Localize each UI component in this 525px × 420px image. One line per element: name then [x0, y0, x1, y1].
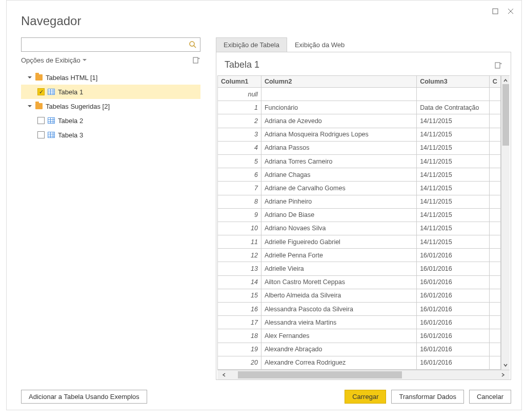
- table-row[interactable]: 1FuncionárioData de Contratação: [218, 101, 501, 114]
- tree-group-suggested-tables[interactable]: Tabelas Sugeridas [2]: [21, 99, 200, 113]
- cell: 4: [218, 141, 261, 154]
- scroll-down-icon[interactable]: [503, 363, 508, 368]
- table-row[interactable]: 8Adriane Pinheiro14/11/2015: [218, 195, 501, 208]
- tree-group-html-tables[interactable]: Tabelas HTML [1]: [21, 70, 200, 85]
- col-header-truncated[interactable]: C: [489, 76, 500, 88]
- checkbox-icon[interactable]: [37, 131, 45, 138]
- table-header-row: Column1 Column2 Column3 C: [218, 76, 501, 88]
- tree-label: Tabela 1: [58, 88, 83, 96]
- table-row[interactable]: 4Adriana Passos14/11/2015: [218, 141, 501, 154]
- cell: Alberto Almeida da Silveira: [261, 289, 416, 302]
- left-panel: Opções de Exibição Tabelas HTML [1] ✓: [21, 37, 200, 380]
- scroll-right-icon[interactable]: [500, 372, 506, 377]
- scroll-left-icon[interactable]: [221, 372, 227, 377]
- table-row[interactable]: 7Adriane de Carvalho Gomes14/11/2015: [218, 182, 501, 195]
- table-row[interactable]: null: [218, 88, 501, 101]
- chevron-down-icon: [83, 58, 87, 62]
- table-row[interactable]: 20Alexandre Correa Rodriguez16/01/2016: [218, 356, 501, 369]
- cell: 15: [218, 289, 261, 302]
- search-icon: [189, 41, 197, 49]
- cell: Adriane Chagas: [261, 168, 416, 182]
- cell: [489, 289, 500, 302]
- add-table-examples-button[interactable]: Adicionar a Tabela Usando Exemplos: [21, 390, 147, 404]
- footer: Adicionar a Tabela Usando Exemplos Carre…: [7, 384, 521, 410]
- table-row[interactable]: 11Adrielle Figueiredo Gabriel14/11/2015: [218, 235, 501, 249]
- cell: [489, 329, 500, 343]
- tree-item-tabela-2[interactable]: Tabela 2: [21, 113, 200, 128]
- cell: Adriana Passos: [261, 141, 416, 154]
- horizontal-scrollbar[interactable]: [217, 370, 510, 379]
- cell: [489, 249, 500, 262]
- table-row[interactable]: 17Alessandra vieira Martins16/01/2016: [218, 316, 501, 329]
- scrollbar-thumb[interactable]: [502, 84, 509, 146]
- refresh-icon[interactable]: [192, 56, 200, 64]
- table-row[interactable]: 16Alessandra Pascoto da Silveira16/01/20…: [218, 303, 501, 316]
- close-icon[interactable]: [506, 7, 515, 16]
- table-row[interactable]: 12Adrielle Penna Forte16/01/2016: [218, 249, 501, 262]
- cell: 18: [218, 329, 261, 343]
- col-header[interactable]: Column2: [261, 76, 416, 88]
- col-header[interactable]: Column3: [417, 76, 490, 88]
- cell: Alexandre Abraçado: [261, 343, 416, 356]
- cell: 16/01/2016: [417, 275, 490, 289]
- tabs: Exibição de Tabela Exibição da Web: [216, 37, 511, 52]
- scrollbar-thumb[interactable]: [238, 371, 402, 378]
- table-row[interactable]: 18Alex Fernandes16/01/2016: [218, 329, 501, 343]
- table-row[interactable]: 2Adriana de Azevedo14/11/2015: [218, 114, 501, 128]
- cell: [489, 356, 500, 369]
- cell: Adriane de Carvalho Gomes: [261, 182, 416, 195]
- cell: [489, 195, 500, 208]
- transform-data-button[interactable]: Transformar Dados: [391, 390, 464, 404]
- scroll-up-icon[interactable]: [503, 78, 508, 83]
- cell: 19: [218, 343, 261, 356]
- cell: 1: [218, 101, 261, 114]
- vertical-scrollbar[interactable]: [501, 76, 510, 370]
- checkbox-checked-icon[interactable]: ✓: [37, 88, 45, 95]
- maximize-icon[interactable]: [491, 7, 500, 16]
- cell: 9: [218, 208, 261, 222]
- table-row[interactable]: 15Alberto Almeida da Silveira16/01/2016: [218, 289, 501, 302]
- cell: Adrielle Penna Forte: [261, 249, 416, 262]
- tab-web-view[interactable]: Exibição da Web: [287, 37, 352, 52]
- cell: [489, 182, 500, 195]
- cell: Adriana Torres Carneiro: [261, 154, 416, 168]
- cell: Adriana de Azevedo: [261, 114, 416, 128]
- cell: Ailton Castro Morett Ceppas: [261, 275, 416, 289]
- display-options-dropdown[interactable]: Opções de Exibição: [21, 56, 87, 64]
- cell: Adrielle Vieira: [261, 262, 416, 275]
- cell: [489, 128, 500, 141]
- load-button[interactable]: Carregar: [345, 390, 386, 404]
- checkbox-icon[interactable]: [37, 117, 45, 124]
- cell: Adrielle Figueiredo Gabriel: [261, 235, 416, 249]
- table-row[interactable]: 6Adriane Chagas14/11/2015: [218, 168, 501, 182]
- col-header[interactable]: Column1: [218, 76, 261, 88]
- cell: Alessandra Pascoto da Silveira: [261, 303, 416, 316]
- table-row[interactable]: 5Adriana Torres Carneiro14/11/2015: [218, 154, 501, 168]
- cell: 10: [218, 222, 261, 235]
- table-row[interactable]: 14Ailton Castro Morett Ceppas16/01/2016: [218, 275, 501, 289]
- cell: [489, 343, 500, 356]
- cell: 14/11/2015: [417, 114, 490, 128]
- tree-item-tabela-1[interactable]: ✓ Tabela 1: [21, 85, 200, 99]
- cell: 11: [218, 235, 261, 249]
- cell: [489, 275, 500, 289]
- cell: 14/11/2015: [417, 195, 490, 208]
- table-row[interactable]: 10Adriano Novaes Silva14/11/2015: [218, 222, 501, 235]
- table-row[interactable]: 13Adrielle Vieira16/01/2016: [218, 262, 501, 275]
- table-row[interactable]: 9Adriano De Biase14/11/2015: [218, 208, 501, 222]
- cell: 14/11/2015: [417, 154, 490, 168]
- search-input[interactable]: [21, 37, 200, 52]
- refresh-icon[interactable]: [494, 61, 502, 69]
- tab-table-view[interactable]: Exibição de Tabela: [216, 37, 287, 52]
- tree-item-tabela-3[interactable]: Tabela 3: [21, 128, 200, 142]
- cell: [489, 154, 500, 168]
- window-title: Navegador: [21, 5, 81, 28]
- table-row[interactable]: 3Adriana Mosqueira Rodrigues Lopes14/11/…: [218, 128, 501, 141]
- cell: 16/01/2016: [417, 262, 490, 275]
- cancel-button[interactable]: Cancelar: [469, 390, 511, 404]
- table-row[interactable]: 19Alexandre Abraçado16/01/2016: [218, 343, 501, 356]
- cell: 16/01/2016: [417, 329, 490, 343]
- cell: Funcionário: [261, 101, 416, 114]
- cell: Adriano De Biase: [261, 208, 416, 222]
- cell: [489, 262, 500, 275]
